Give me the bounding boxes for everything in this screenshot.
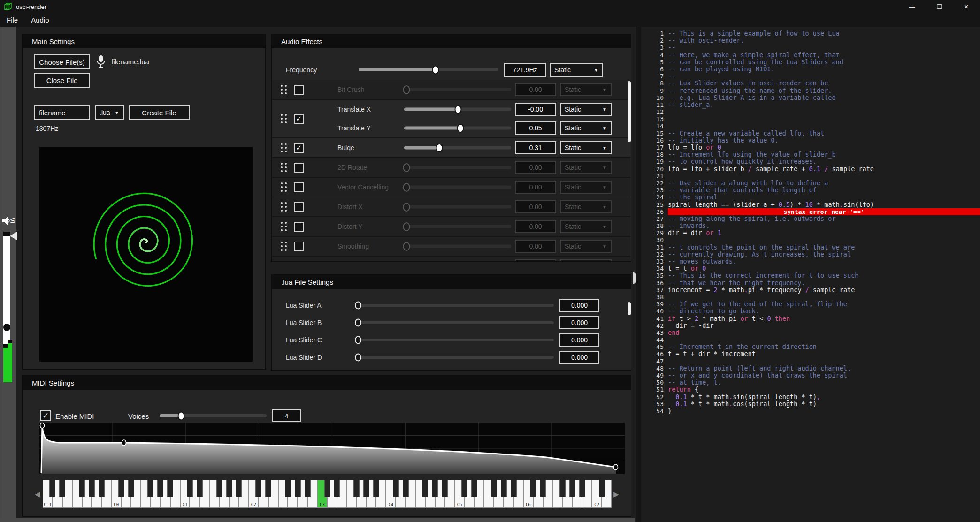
effect-checkbox[interactable] (294, 182, 304, 192)
microphone-icon[interactable] (96, 55, 106, 69)
effect-slider[interactable] (404, 127, 511, 130)
lua-slider-value[interactable]: 0.000 (559, 333, 599, 347)
effect-mode-dropdown[interactable]: Static▼ (560, 161, 612, 174)
effect-slider[interactable] (404, 166, 511, 169)
code-line[interactable]: 14 (641, 122, 980, 129)
slider-thumb[interactable] (403, 242, 410, 251)
piano-key-black[interactable] (59, 480, 65, 497)
bottom-scrollbar[interactable] (0, 518, 635, 522)
piano-key-black[interactable] (265, 480, 271, 497)
slider-thumb[interactable] (403, 222, 410, 231)
code-line[interactable]: 48-- Return a point (left and right audi… (641, 365, 980, 372)
piano-key-black[interactable] (49, 480, 55, 497)
volume-thumb[interactable] (3, 324, 10, 331)
effects-scrollbar[interactable] (628, 81, 631, 142)
effect-checkbox[interactable] (294, 163, 304, 173)
voices-slider[interactable] (160, 414, 267, 417)
create-file-button[interactable]: Create File (129, 105, 190, 120)
effect-value[interactable]: 0.00 (515, 181, 556, 194)
slider-thumb[interactable] (355, 319, 361, 327)
effect-slider[interactable] (404, 225, 511, 228)
piano-key-black[interactable] (530, 480, 536, 497)
code-line[interactable]: 32-- currently drawing. As t increases, … (641, 251, 980, 258)
effect-value[interactable]: 0.00 (515, 259, 556, 261)
code-line[interactable]: 20lfo = lfo + slider_b / sample_rate + 0… (641, 166, 980, 173)
piano-key-black[interactable] (373, 480, 379, 497)
code-line[interactable]: 27-- moving along the spiral, i.e. outwa… (641, 215, 980, 222)
effect-slider[interactable] (404, 88, 511, 91)
close-file-button[interactable]: Close File (34, 73, 90, 88)
piano-key-black[interactable] (334, 480, 340, 497)
code-line[interactable]: 44 (641, 336, 980, 343)
minimize-button[interactable]: — (898, 0, 926, 13)
slider-thumb[interactable] (403, 183, 410, 192)
maximize-button[interactable]: ☐ (926, 0, 953, 13)
effect-value[interactable]: 0.00 (515, 220, 556, 233)
code-line[interactable]: 43end (641, 329, 980, 336)
code-line[interactable]: 17lfo = lfo or 0 (641, 144, 980, 151)
menu-item-audio[interactable]: Audio (24, 13, 55, 27)
code-line[interactable]: 37increment = 2 * math.pi * frequency / … (641, 287, 980, 294)
effect-checkbox[interactable]: ✓ (294, 143, 304, 153)
code-line[interactable]: 25spiral_length == (slider_a + 0.5) * 10… (641, 201, 980, 208)
effect-value[interactable]: 0.00 (515, 240, 556, 253)
code-line[interactable]: 53 0.1 * t * math.cos(spiral_length * t) (641, 401, 980, 408)
filename-input[interactable]: filename (34, 105, 90, 120)
piano-key-black[interactable] (393, 480, 399, 497)
piano-key-black[interactable] (147, 480, 153, 497)
piano-key-black[interactable] (491, 480, 497, 497)
piano-key-black[interactable] (432, 480, 438, 497)
envelope-point[interactable] (614, 464, 618, 470)
code-line[interactable]: 49-- or x and y coordinate) that draws t… (641, 372, 980, 379)
code-line[interactable]: 6-- can be played using MIDI. (641, 66, 980, 73)
enable-midi-checkbox[interactable]: ✓ (40, 410, 51, 421)
piano-key-black[interactable] (403, 480, 409, 497)
piano-key-black[interactable] (599, 480, 605, 497)
lua-slider[interactable] (358, 321, 554, 324)
code-line[interactable]: 9-- referenced using the name of the sli… (641, 87, 980, 94)
code-line[interactable]: 7-- (641, 73, 980, 80)
code-line[interactable]: 18-- Increment lfo using the value of sl… (641, 151, 980, 158)
code-line[interactable]: 45-- Increment t in the current directio… (641, 343, 980, 350)
piano-key-black[interactable] (79, 480, 85, 497)
slider-thumb[interactable] (355, 354, 361, 362)
slider-thumb[interactable] (455, 105, 462, 114)
drag-handle-icon[interactable] (281, 85, 287, 94)
choose-files-button[interactable]: Choose File(s) (34, 54, 90, 69)
piano-key-black[interactable] (157, 480, 163, 497)
lua-slider-value[interactable]: 0.000 (559, 299, 599, 312)
envelope-point[interactable] (122, 440, 126, 446)
drag-handle-icon[interactable] (281, 114, 287, 123)
effect-mode-dropdown[interactable]: Static▼ (560, 240, 612, 253)
effect-slider[interactable] (404, 108, 511, 111)
code-line[interactable]: 29dir = dir or 1 (641, 229, 980, 236)
code-line[interactable]: 39-- If we get to the end of the spiral,… (641, 301, 980, 308)
piano-key-black[interactable] (324, 480, 330, 497)
piano-key-black[interactable] (197, 480, 203, 497)
code-line[interactable]: 22-- Use slider_a along with lfo to defi… (641, 180, 980, 187)
code-line[interactable]: 50-- at time, t. (641, 379, 980, 386)
slider-thumb[interactable] (403, 163, 410, 172)
effect-slider[interactable] (404, 186, 511, 189)
effect-value[interactable]: 0.05 (515, 121, 556, 135)
drag-handle-icon[interactable] (281, 222, 287, 231)
code-line[interactable]: 11-- slider_a. (641, 101, 980, 108)
piano-key-black[interactable] (559, 480, 566, 497)
piano-key-black[interactable] (99, 480, 105, 497)
piano-key-black[interactable] (89, 480, 95, 497)
code-line[interactable]: 46t = t + dir * increment (641, 350, 980, 357)
drag-handle-icon[interactable] (281, 202, 287, 212)
slider-thumb[interactable] (355, 302, 361, 310)
lua-slider[interactable] (358, 339, 554, 341)
code-line[interactable]: 23-- variable that controls the length o… (641, 187, 980, 194)
effect-mode-dropdown[interactable]: Static▼ (560, 220, 612, 233)
effect-mode-dropdown[interactable]: Static▼ (560, 259, 612, 261)
piano-key-black[interactable] (569, 480, 575, 497)
piano-key-black[interactable] (187, 480, 193, 497)
lua-scrollbar[interactable] (628, 302, 631, 315)
code-line[interactable]: 2-- with osci-render. (641, 37, 980, 44)
effect-checkbox[interactable] (294, 85, 304, 95)
slider-thumb[interactable] (177, 411, 184, 420)
effect-mode-dropdown[interactable]: Static▼ (560, 103, 612, 116)
piano-key-black[interactable] (216, 480, 222, 497)
